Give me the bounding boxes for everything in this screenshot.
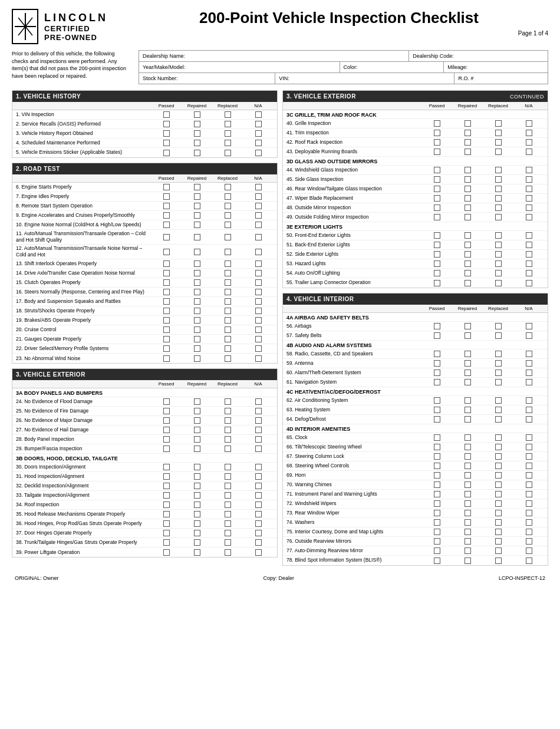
checkbox[interactable]: [526, 472, 532, 479]
checkbox[interactable]: [163, 492, 170, 499]
checkbox[interactable]: [526, 120, 532, 127]
checkbox[interactable]: [194, 193, 200, 200]
checkbox[interactable]: [434, 472, 440, 479]
checkbox[interactable]: [225, 193, 231, 200]
checkbox[interactable]: [163, 203, 170, 209]
checkbox[interactable]: [255, 298, 262, 305]
checkbox[interactable]: [194, 520, 200, 527]
checkbox[interactable]: [465, 260, 471, 267]
checkbox[interactable]: [495, 510, 502, 516]
checkbox[interactable]: [526, 538, 532, 545]
checkbox[interactable]: [434, 463, 440, 469]
checkbox[interactable]: [163, 298, 170, 305]
checkbox[interactable]: [434, 547, 440, 554]
checkbox[interactable]: [434, 149, 440, 155]
checkbox[interactable]: [465, 332, 471, 339]
checkbox[interactable]: [495, 472, 502, 479]
checkbox[interactable]: [465, 491, 471, 497]
checkbox[interactable]: [255, 270, 262, 276]
checkbox[interactable]: [465, 120, 471, 127]
checkbox[interactable]: [465, 251, 471, 258]
checkbox[interactable]: [225, 427, 231, 433]
checkbox[interactable]: [225, 436, 231, 443]
checkbox[interactable]: [225, 222, 231, 228]
checkbox[interactable]: [255, 234, 262, 240]
checkbox[interactable]: [465, 130, 471, 136]
checkbox[interactable]: [163, 326, 170, 333]
checkbox[interactable]: [255, 222, 262, 228]
checkbox[interactable]: [465, 463, 471, 469]
checkbox[interactable]: [434, 139, 440, 146]
checkbox[interactable]: [194, 222, 200, 228]
checkbox[interactable]: [163, 150, 170, 156]
checkbox[interactable]: [526, 149, 532, 155]
checkbox[interactable]: [495, 397, 502, 404]
checkbox[interactable]: [495, 444, 502, 450]
checkbox[interactable]: [495, 204, 502, 211]
checkbox[interactable]: [255, 203, 262, 209]
checkbox[interactable]: [465, 397, 471, 404]
checkbox[interactable]: [495, 139, 502, 146]
checkbox[interactable]: [225, 539, 231, 546]
checkbox[interactable]: [194, 549, 200, 556]
checkbox[interactable]: [194, 150, 200, 156]
checkbox[interactable]: [495, 416, 502, 423]
checkbox[interactable]: [465, 360, 471, 367]
checkbox[interactable]: [526, 186, 532, 192]
checkbox[interactable]: [434, 397, 440, 404]
checkbox[interactable]: [194, 464, 200, 470]
checkbox[interactable]: [225, 408, 231, 414]
checkbox[interactable]: [194, 336, 200, 342]
checkbox[interactable]: [163, 184, 170, 190]
checkbox[interactable]: [465, 510, 471, 516]
checkbox[interactable]: [163, 530, 170, 536]
checkbox[interactable]: [194, 345, 200, 352]
checkbox[interactable]: [434, 370, 440, 376]
checkbox[interactable]: [194, 539, 200, 546]
checkbox[interactable]: [255, 150, 262, 156]
checkbox[interactable]: [495, 251, 502, 258]
checkbox[interactable]: [255, 520, 262, 527]
checkbox[interactable]: [434, 444, 440, 450]
checkbox[interactable]: [163, 111, 170, 118]
checkbox[interactable]: [495, 500, 502, 507]
checkbox[interactable]: [495, 260, 502, 267]
checkbox[interactable]: [163, 417, 170, 424]
checkbox[interactable]: [465, 370, 471, 376]
checkbox[interactable]: [465, 232, 471, 239]
checkbox[interactable]: [526, 558, 532, 564]
checkbox[interactable]: [194, 483, 200, 489]
checkbox[interactable]: [225, 464, 231, 470]
checkbox[interactable]: [255, 446, 262, 452]
checkbox[interactable]: [225, 398, 231, 405]
checkbox[interactable]: [465, 186, 471, 192]
checkbox[interactable]: [495, 242, 502, 248]
checkbox[interactable]: [194, 234, 200, 240]
checkbox[interactable]: [163, 121, 170, 127]
checkbox[interactable]: [434, 186, 440, 192]
checkbox[interactable]: [194, 511, 200, 517]
checkbox[interactable]: [526, 130, 532, 136]
checkbox[interactable]: [255, 492, 262, 499]
checkbox[interactable]: [194, 427, 200, 433]
checkbox[interactable]: [526, 323, 532, 329]
checkbox[interactable]: [465, 434, 471, 441]
checkbox[interactable]: [526, 270, 532, 276]
checkbox[interactable]: [163, 345, 170, 352]
checkbox[interactable]: [225, 260, 231, 267]
checkbox[interactable]: [465, 270, 471, 276]
checkbox[interactable]: [434, 167, 440, 173]
checkbox[interactable]: [526, 463, 532, 469]
checkbox[interactable]: [225, 520, 231, 527]
checkbox[interactable]: [225, 150, 231, 156]
checkbox[interactable]: [163, 436, 170, 443]
checkbox[interactable]: [495, 538, 502, 545]
checkbox[interactable]: [255, 336, 262, 342]
checkbox[interactable]: [526, 529, 532, 535]
checkbox[interactable]: [526, 332, 532, 339]
checkbox[interactable]: [495, 130, 502, 136]
checkbox[interactable]: [163, 279, 170, 286]
checkbox[interactable]: [225, 326, 231, 333]
checkbox[interactable]: [225, 298, 231, 305]
checkbox[interactable]: [495, 167, 502, 173]
